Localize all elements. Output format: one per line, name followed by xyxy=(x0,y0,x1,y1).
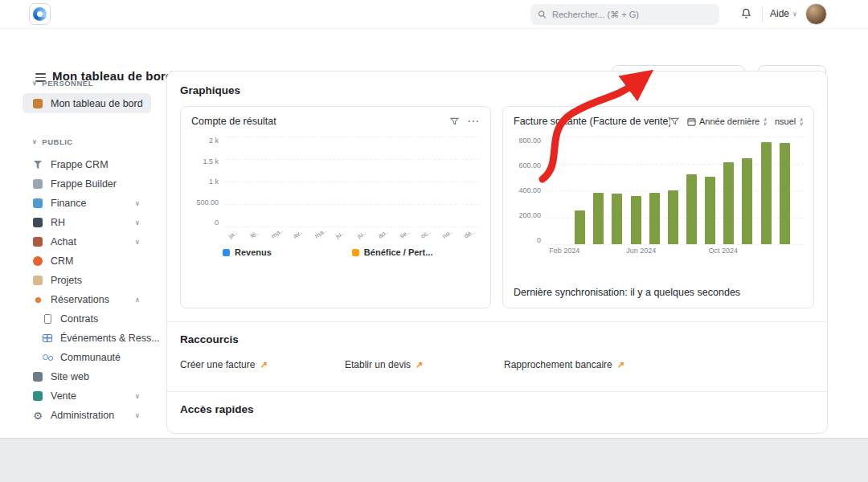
crm-icon xyxy=(32,255,43,267)
sidebar-item[interactable]: CRM xyxy=(0,251,166,271)
topbar: Aide ∨ xyxy=(0,0,868,29)
invoice-chart-plot xyxy=(547,137,804,244)
app-window: Aide ∨ Mon tableau de bord Créer un espa… xyxy=(0,0,868,439)
chevron-down-icon[interactable]: ∨ xyxy=(135,238,140,246)
chevron-down-icon[interactable]: ∨ xyxy=(135,411,140,419)
page-header: Mon tableau de bord Créer un espace de t… xyxy=(0,29,868,69)
sidebar-item-label: Administration xyxy=(51,410,114,421)
sidebar-item-label: Contrats xyxy=(60,313,98,325)
granularity-filter-dropdown[interactable]: nsuel ∧∨ xyxy=(775,116,803,126)
calendar-icon xyxy=(687,117,696,126)
app-logo-icon[interactable] xyxy=(29,3,51,25)
help-label: Aide xyxy=(770,8,789,19)
website-icon xyxy=(32,371,43,382)
graphs-section-title: Graphiques xyxy=(180,84,814,96)
section-label: PUBLIC xyxy=(42,137,72,146)
community-icon xyxy=(42,352,53,363)
external-arrow-icon: ↗ xyxy=(617,360,624,370)
filter-funnel-icon[interactable] xyxy=(450,117,459,126)
sidebar-item[interactable]: RH∨ xyxy=(0,213,166,232)
sidebar-item[interactable]: Frappe Builder xyxy=(0,174,166,194)
chevron-down-icon[interactable]: ∨ xyxy=(135,199,140,207)
legend-label: Revenus xyxy=(235,247,272,257)
sidebar-item[interactable]: Site web xyxy=(0,367,166,386)
shortcuts-section: Raccourcis Créer une facture↗Etablir un … xyxy=(167,321,827,380)
sidebar-item-label: Mon tableau de bord xyxy=(51,98,143,109)
notifications-bell-icon[interactable] xyxy=(740,7,752,23)
bar xyxy=(668,190,678,244)
chevron-down-icon[interactable]: ∨ xyxy=(135,219,140,227)
granularity-filter-value: nsuel xyxy=(775,116,796,126)
legend-swatch xyxy=(352,249,359,256)
chart-menu-icon[interactable] xyxy=(467,119,481,125)
bar xyxy=(593,193,604,244)
section-label: PERSONNEL xyxy=(42,79,93,88)
sidebar-item[interactable]: Contrats xyxy=(0,309,166,329)
period-filter-dropdown[interactable]: Année dernière ∧∨ xyxy=(687,116,767,126)
chevron-down-icon[interactable]: ∨ xyxy=(135,392,140,400)
frappe-crm-icon xyxy=(32,159,43,170)
bar xyxy=(612,194,622,244)
sidebar-item-label: Réservations xyxy=(51,294,109,305)
global-search[interactable] xyxy=(530,4,719,25)
chart-title: Compte de résultat xyxy=(191,116,276,127)
sidebar-item[interactable]: ⚙Administration∨ xyxy=(0,406,166,425)
chart-title: Facture sortante (Facture de vente) xyxy=(514,116,670,127)
projects-icon xyxy=(32,275,43,286)
sidebar-section-personnel[interactable]: ∨ PERSONNEL xyxy=(0,76,166,90)
sidebar: ∨ PERSONNEL Mon tableau de bord ∨ PUBLIC… xyxy=(0,69,166,438)
sales-icon xyxy=(32,390,43,402)
graphs-section: Graphiques Compte de résultat 2 k1.5 k1 … xyxy=(167,71,827,308)
hr-icon xyxy=(32,217,43,228)
sidebar-item[interactable]: Frappe CRM xyxy=(0,155,166,174)
search-icon xyxy=(538,10,547,19)
sidebar-item-mon-tableau-de-bord[interactable]: Mon tableau de bord xyxy=(23,93,151,113)
sidebar-item[interactable]: Réservations∧ xyxy=(0,290,166,309)
admin-icon: ⚙ xyxy=(32,410,43,421)
sidebar-item-label: Achat xyxy=(51,236,76,247)
legend-item[interactable]: Bénéfice / Pert... xyxy=(352,247,433,257)
filter-funnel-icon[interactable] xyxy=(670,117,679,126)
shortcut-link[interactable]: Rapprochement bancaire↗ xyxy=(504,359,624,370)
chevron-down-icon: ∨ xyxy=(32,80,37,87)
sidebar-item-label: Vente xyxy=(51,390,76,402)
purchase-icon xyxy=(32,236,43,247)
shortcut-link[interactable]: Etablir un devis↗ xyxy=(345,359,504,370)
user-avatar[interactable] xyxy=(805,3,827,25)
sidebar-item-label: Frappe Builder xyxy=(51,178,117,190)
invoice-chart-yaxis: 800.00600.00400.00200.000 xyxy=(511,137,547,244)
sidebar-section-public[interactable]: ∨ PUBLIC xyxy=(0,134,166,149)
sidebar-item[interactable]: Projets xyxy=(0,271,166,290)
quick-access-section: Accès rapides xyxy=(167,391,827,427)
outgoing-invoice-chart-card: Facture sortante (Facture de vente) Anné… xyxy=(502,106,814,308)
legend-label: Bénéfice / Pert... xyxy=(364,247,433,257)
income-statement-chart-card: Compte de résultat 2 k1.5 k1 k500.000 ja… xyxy=(180,106,491,308)
chevron-down-icon: ∨ xyxy=(792,10,797,18)
bar xyxy=(649,193,660,244)
sidebar-item-label: Frappe CRM xyxy=(51,159,108,170)
chevron-up-icon[interactable]: ∧ xyxy=(135,296,140,304)
income-chart-plot xyxy=(224,137,481,227)
bar xyxy=(575,210,585,244)
bar xyxy=(631,196,641,244)
sidebar-item[interactable]: Achat∨ xyxy=(0,232,166,251)
bar xyxy=(761,142,772,244)
quick-access-title: Accès rapides xyxy=(180,403,814,415)
sidebar-item[interactable]: Finance∨ xyxy=(0,194,166,213)
sidebar-item-label: Projets xyxy=(51,275,82,286)
shortcuts-row: Créer une facture↗Etablir un devis↗Rappr… xyxy=(180,359,814,370)
legend-item[interactable]: Revenus xyxy=(223,247,272,257)
sidebar-item-label: Événements & Ress... xyxy=(60,333,160,344)
income-chart-xlabels: ja..fé..ma..av..ma..ju..ju..ao..se..oc..… xyxy=(224,230,481,237)
shortcut-link[interactable]: Créer une facture↗ xyxy=(180,359,345,370)
shortcut-label: Créer une facture xyxy=(180,359,255,370)
sidebar-item[interactable]: Vente∨ xyxy=(0,386,166,406)
shortcuts-title: Raccourcis xyxy=(180,333,814,345)
finance-icon xyxy=(32,198,43,209)
income-chart-yaxis: 2 k1.5 k1 k500.000 xyxy=(189,137,224,227)
help-menu[interactable]: Aide ∨ xyxy=(770,8,797,19)
sidebar-item[interactable]: Communauté xyxy=(0,348,166,367)
reservations-icon xyxy=(32,294,43,305)
sidebar-item[interactable]: Événements & Ress... xyxy=(0,329,166,348)
search-input[interactable] xyxy=(552,10,712,19)
